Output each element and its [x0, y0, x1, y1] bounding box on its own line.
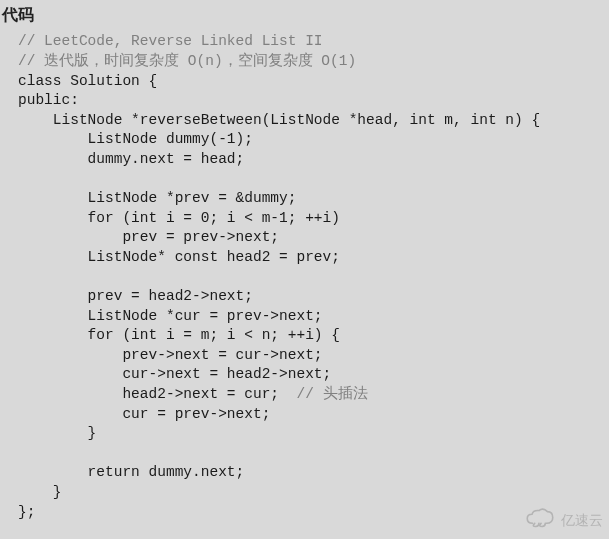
watermark: 亿速云 [523, 507, 603, 535]
code-line: for (int i = m; i < n; ++i) { [18, 327, 340, 343]
comment-body: LeetCode, Reverse Linked List II [44, 33, 322, 49]
code-line: public: [18, 92, 79, 108]
comment-prefix: // [18, 33, 44, 49]
code-line: return dummy.next; [18, 464, 244, 480]
comment-line-2: // 迭代版，时间复杂度 O(n)，空间复杂度 O(1) [18, 53, 356, 69]
code-line: head2->next = cur; // 头插法 [18, 386, 368, 402]
code-line: }; [18, 504, 35, 520]
code-line: ListNode *prev = &dummy; [18, 190, 296, 206]
code-line: } [18, 484, 62, 500]
comment-prefix: // [18, 53, 44, 69]
code-line: ListNode *reverseBetween(ListNode *head,… [18, 112, 540, 128]
watermark-text: 亿速云 [561, 511, 603, 531]
code-line: prev = head2->next; [18, 288, 253, 304]
code-line: cur = prev->next; [18, 406, 270, 422]
code-block: // LeetCode, Reverse Linked List II // 迭… [0, 32, 609, 522]
code-line: prev->next = cur->next; [18, 347, 323, 363]
code-line: class Solution { [18, 73, 157, 89]
section-heading: 代码 [0, 0, 609, 32]
code-line: ListNode *cur = prev->next; [18, 308, 323, 324]
code-line: ListNode dummy(-1); [18, 131, 253, 147]
comment-body: 头插法 [323, 386, 368, 402]
code-line: ListNode* const head2 = prev; [18, 249, 340, 265]
cloud-icon [523, 507, 557, 535]
code-fragment: head2->next = cur; [18, 386, 296, 402]
inline-comment: // 头插法 [296, 386, 367, 402]
comment-line-1: // LeetCode, Reverse Linked List II [18, 33, 323, 49]
code-line: prev = prev->next; [18, 229, 279, 245]
comment-body: 迭代版，时间复杂度 O(n)，空间复杂度 O(1) [44, 53, 356, 69]
code-line: dummy.next = head; [18, 151, 244, 167]
page-root: 代码 // LeetCode, Reverse Linked List II /… [0, 0, 609, 539]
code-line: cur->next = head2->next; [18, 366, 331, 382]
code-line: } [18, 425, 96, 441]
comment-prefix: // [296, 386, 322, 402]
code-line: for (int i = 0; i < m-1; ++i) [18, 210, 340, 226]
